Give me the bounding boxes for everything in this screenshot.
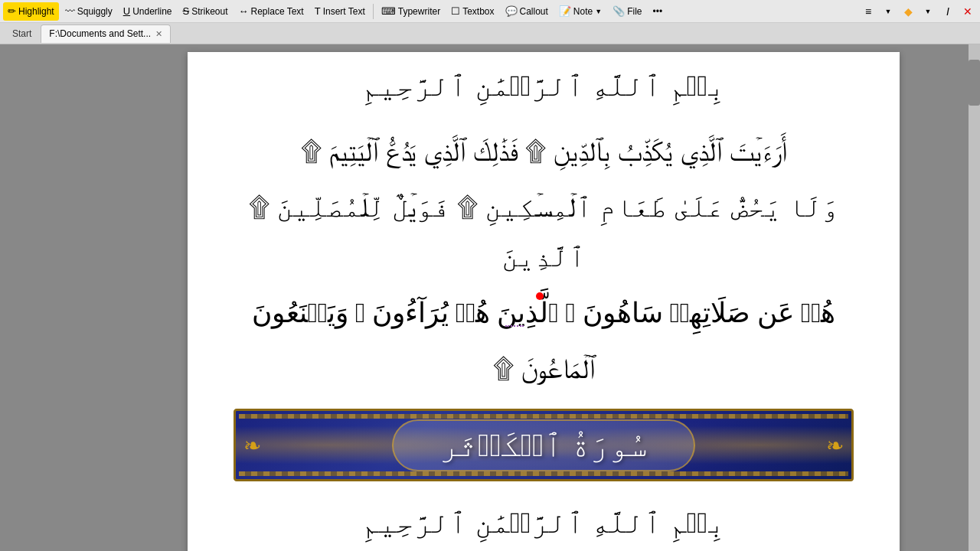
- toolbar-highlight[interactable]: ✏ Highlight: [3, 2, 59, 21]
- scrollbar[interactable]: [969, 44, 980, 551]
- basmala-2: بِسۡمِ ٱللَّهِ ٱلرَّحۡمَٰنِ ٱلرَّحِيمِ: [234, 497, 854, 549]
- underline-label: Underline: [132, 6, 172, 17]
- document-view: بِسۡمِ ٱللَّهِ ٱلرَّحۡمَٰنِ ٱلرَّحِيمِ أ…: [119, 44, 969, 551]
- banner-border-top: [239, 414, 848, 419]
- textbox-label: Textbox: [462, 6, 494, 17]
- tab-close-btn[interactable]: ✕: [155, 29, 162, 39]
- toolbar-typewriter[interactable]: ⌨ Typewriter: [377, 2, 445, 21]
- toolbar-replace-text[interactable]: ↔ Replace Text: [234, 2, 309, 21]
- more-icon: •••: [652, 6, 662, 17]
- content-area: بِسۡمِ ٱللَّهِ ٱلرَّحۡمَٰنِ ٱلرَّحِيمِ أ…: [0, 44, 980, 551]
- squiggly-label: Squiggly: [77, 6, 113, 17]
- toolbar-underline[interactable]: U Underline: [119, 2, 177, 21]
- verse-line-4: ٱلۡمَاعُونَ ۩: [234, 344, 854, 394]
- replace-text-icon: ↔: [239, 5, 249, 17]
- separator-1: [373, 4, 374, 19]
- textbox-icon: ☐: [451, 5, 460, 17]
- scrollbar-thumb[interactable]: [969, 60, 980, 106]
- insert-text-icon: T: [315, 5, 321, 17]
- toolbar-right-section: ≡ ▼ ◆ ▼ I ✕: [859, 2, 977, 21]
- color-btn[interactable]: ◆: [899, 2, 917, 21]
- toolbar-insert-text[interactable]: T Insert Text: [310, 2, 370, 21]
- font-italic-btn[interactable]: I: [939, 2, 957, 21]
- toolbar-note[interactable]: 📝 Note ▼: [554, 2, 606, 21]
- file-icon: 📎: [612, 5, 625, 17]
- tab-document-label: F:\Documents and Sett...: [49, 28, 151, 39]
- red-dot-annotation: [536, 292, 544, 300]
- tab-start[interactable]: Start: [6, 27, 38, 41]
- note-label: Note: [573, 6, 593, 17]
- underline-icon: U: [123, 5, 130, 17]
- toolbar-file[interactable]: 📎 File: [608, 2, 646, 21]
- toolbar-more[interactable]: •••: [648, 2, 667, 21]
- toolbar-strikeout[interactable]: S Strikeout: [178, 2, 233, 21]
- surah-banner: ❧ سُورَةُ ٱلۡكَوۡثَر ❧: [234, 409, 854, 481]
- squiggly-icon: 〰: [65, 5, 75, 17]
- replace-text-label: Replace Text: [251, 6, 304, 17]
- file-label: File: [627, 6, 642, 17]
- strikeout-label: Strikeout: [191, 6, 227, 17]
- verse-line-1: أَرَءَيۡتَ ٱلَّذِي يُكَذِّبُ بِٱلدِّينِ …: [234, 127, 854, 177]
- squiggly-annotation: [505, 325, 524, 327]
- highlight-label: Highlight: [18, 6, 54, 17]
- color-dropdown-btn[interactable]: ▼: [919, 2, 937, 21]
- typewriter-label: Typewriter: [398, 6, 440, 17]
- highlight-icon: ✏: [8, 5, 16, 17]
- banner-right-ornament: ❧: [826, 432, 844, 458]
- left-sidebar: [0, 44, 119, 551]
- note-dropdown-icon[interactable]: ▼: [595, 8, 602, 15]
- toolbar-callout[interactable]: 💬 Callout: [501, 2, 553, 21]
- toolbar-squiggly[interactable]: 〰 Squiggly: [60, 2, 117, 21]
- verse-line-3: هُمۡ عَن صَلَاتِهِمۡ سَاهُونَ ۩ ٱلَّذِين…: [234, 289, 854, 338]
- insert-text-label: Insert Text: [323, 6, 365, 17]
- strikeout-icon: S: [183, 5, 190, 17]
- note-icon: 📝: [559, 5, 571, 17]
- verse-line-2: وَلَا يَحُضُّ عَلَىٰ طَعَامِ ٱلۡمِسۡكِين…: [234, 183, 854, 282]
- toolbar: ✏ Highlight 〰 Squiggly U Underline S Str…: [0, 0, 980, 23]
- tab-document[interactable]: F:\Documents and Sett... ✕: [41, 24, 171, 43]
- close-toolbar-btn[interactable]: ✕: [959, 2, 977, 21]
- banner-title: سُورَةُ ٱلۡكَوۡثَر: [439, 427, 648, 464]
- document-page-1: بِسۡمِ ٱللَّهِ ٱلرَّحۡمَٰنِ ٱلرَّحِيمِ أ…: [188, 52, 900, 551]
- layout-dropdown-btn[interactable]: ▼: [879, 2, 897, 21]
- basmala-1: بِسۡمِ ٱللَّهِ ٱلرَّحۡمَٰنِ ٱلرَّحِيمِ: [234, 60, 854, 112]
- layout-btn[interactable]: ≡: [859, 2, 877, 21]
- banner-border-bottom: [239, 471, 848, 476]
- banner-center: سُورَةُ ٱلۡكَوۡثَر: [392, 419, 695, 471]
- toolbar-textbox[interactable]: ☐ Textbox: [446, 2, 498, 21]
- callout-icon: 💬: [505, 5, 518, 17]
- callout-label: Callout: [520, 6, 548, 17]
- typewriter-icon: ⌨: [381, 5, 396, 17]
- tabbar: Start F:\Documents and Sett... ✕: [0, 23, 980, 44]
- banner-left-ornament: ❧: [243, 432, 261, 458]
